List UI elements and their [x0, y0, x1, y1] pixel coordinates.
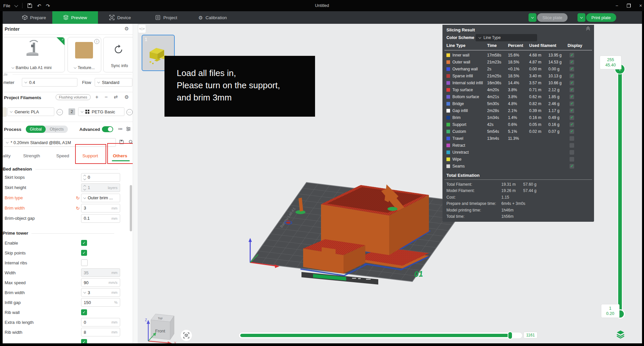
display-checkbox[interactable]: ✓	[570, 53, 574, 58]
param-checkbox[interactable]: ✓	[81, 240, 87, 246]
display-checkbox[interactable]: ✓	[570, 60, 574, 64]
gcode-move-slider[interactable]	[239, 332, 522, 338]
param-checkbox[interactable]: ✓	[81, 339, 87, 343]
spinner-arrows-icon[interactable]	[84, 175, 86, 180]
flow-select[interactable]: Standard	[95, 78, 132, 87]
filament-2-edit-icon[interactable]: ⋯	[126, 109, 133, 115]
param-input[interactable]: 8mm	[81, 328, 120, 336]
param-checkbox[interactable]	[81, 259, 88, 266]
remove-filament-icon[interactable]: −	[105, 95, 108, 100]
display-checkbox[interactable]: ✓	[570, 129, 574, 134]
display-checkbox[interactable]: ✓	[570, 67, 574, 71]
display-checkbox[interactable]: ✓	[570, 95, 574, 99]
filament-length: 0.82 m	[529, 101, 541, 106]
sidebar-collapse-button[interactable]: <|>	[138, 25, 146, 33]
tab-quality[interactable]: ality	[3, 153, 11, 158]
filament-settings-gear-icon[interactable]: ⚙	[124, 95, 129, 99]
plate-type-card[interactable]: i Texture...	[68, 37, 101, 72]
gcode-move-slider-handle[interactable]	[508, 331, 513, 339]
layer-slider-track[interactable]	[618, 68, 622, 315]
param-input[interactable]: 0mm	[81, 318, 120, 327]
print-plate-dropdown[interactable]	[577, 13, 585, 22]
line-type-name: Brim	[452, 115, 461, 120]
display-checkbox[interactable]: ✓	[570, 88, 574, 92]
tab-calibration[interactable]: ⚙ Calibration	[192, 11, 233, 24]
panel-collapse-icon[interactable]	[587, 28, 589, 31]
filament-swap-icon[interactable]: ⇄	[114, 95, 118, 99]
tune-wrench-icon[interactable]	[126, 126, 131, 132]
viewport-3d[interactable]: Bambu Lab A1	[138, 24, 642, 343]
sync-info-card[interactable]: Sync info	[103, 37, 133, 72]
display-checkbox[interactable]: ✓	[570, 115, 574, 120]
filament-weight: 10.66 g	[548, 81, 562, 85]
display-checkbox[interactable]: ✓	[570, 74, 574, 78]
sidebar-scrollbar[interactable]	[130, 185, 132, 231]
restore-button[interactable]	[627, 4, 631, 8]
display-checkbox[interactable]: ✓	[570, 164, 574, 169]
print-plate-button[interactable]: Print plate	[586, 13, 616, 22]
process-scope-toggle[interactable]: Global Objects	[26, 126, 68, 133]
param-checkbox[interactable]: ✓	[81, 250, 87, 256]
slicing-result-panel: Slicing Result Color Scheme Line Type Li…	[442, 25, 594, 222]
percent-value: 11.3%	[508, 136, 519, 141]
param-input[interactable]: 1layers	[81, 183, 120, 192]
tab-device[interactable]: Device	[102, 11, 138, 24]
spinner-arrows-icon[interactable]	[84, 185, 86, 190]
process-objects-segment[interactable]: Objects	[46, 126, 68, 133]
param-checkbox[interactable]: ✓	[81, 309, 87, 315]
display-checkbox[interactable]	[570, 150, 574, 155]
param-input[interactable]: 35mm	[81, 268, 120, 277]
process-global-segment[interactable]: Global	[26, 126, 46, 133]
display-checkbox[interactable]: ✓	[570, 101, 574, 106]
display-checkbox[interactable]	[570, 143, 574, 148]
tab-speed[interactable]: Speed	[56, 153, 69, 158]
filament-1-edit-icon[interactable]: ⋯	[57, 109, 63, 115]
close-button[interactable]: ×	[639, 3, 642, 8]
reset-icon[interactable]: ↻	[74, 206, 81, 211]
printer-card[interactable]: ✓ Bambu Lab A1 mini	[3, 37, 65, 72]
slice-plate-button[interactable]: Slice plate	[537, 13, 568, 22]
layers-icon	[616, 329, 625, 339]
tab-strength[interactable]: Strength	[23, 153, 40, 158]
tab-prepare[interactable]: Prepare	[16, 11, 52, 24]
display-checkbox[interactable]: ✓	[570, 108, 574, 113]
line-type-color-chip	[446, 150, 450, 154]
param-input[interactable]: 0.1mm	[81, 214, 120, 223]
prepare-cube-icon	[22, 15, 27, 20]
tab-preview[interactable]: Preview	[52, 11, 98, 24]
display-checkbox[interactable]: ✓	[570, 122, 574, 127]
param-input[interactable]: 0	[81, 173, 120, 182]
param-row: Infill gap150%	[3, 297, 133, 307]
param-select[interactable]: Outer brim ...	[81, 194, 120, 202]
display-checkbox[interactable]: ✓	[570, 81, 574, 85]
minimize-button[interactable]: −	[616, 3, 618, 8]
advanced-toggle[interactable]	[102, 126, 113, 132]
param-input[interactable]: 90mm/s	[81, 278, 120, 287]
info-icon[interactable]: i	[94, 39, 99, 44]
fit-view-button[interactable]	[181, 330, 192, 341]
display-checkbox[interactable]	[570, 157, 574, 162]
nozzle-diameter-select[interactable]: 0.4	[22, 78, 77, 87]
printer-settings-gear-icon[interactable]: ⚙	[124, 26, 129, 31]
tab-project[interactable]: Project	[149, 11, 184, 24]
color-scheme-select[interactable]: Line Type	[476, 34, 537, 41]
filament-2-select[interactable]: PETG Basic	[78, 107, 124, 116]
line-type-color-chip	[446, 109, 450, 112]
filament-1-select[interactable]: Generic PLA	[7, 107, 54, 116]
line-type-name: Seams	[452, 164, 465, 169]
slice-plate-dropdown[interactable]	[529, 13, 536, 22]
navigation-cube[interactable]: Top Front Z X	[141, 307, 178, 343]
param-select[interactable]: 3mm	[81, 288, 120, 297]
line-type-name: Retract	[452, 143, 465, 148]
add-filament-icon[interactable]: +	[95, 95, 98, 100]
slice-plate-group: Slice plate	[529, 13, 568, 22]
display-checkbox[interactable]	[570, 136, 574, 141]
view-list-icon[interactable]: ≔	[118, 126, 123, 131]
param-input[interactable]: 150%	[81, 298, 120, 307]
layers-view-button[interactable]	[616, 329, 625, 339]
flushing-volumes-button[interactable]: Flushing volumes	[56, 94, 91, 100]
param-row: Brim type↻Outer brim ...	[3, 193, 133, 203]
layer-bottom-tooltip: 1 0.20	[601, 304, 620, 318]
reset-icon[interactable]: ↻	[74, 195, 81, 201]
param-input[interactable]: 3mm	[81, 204, 120, 212]
